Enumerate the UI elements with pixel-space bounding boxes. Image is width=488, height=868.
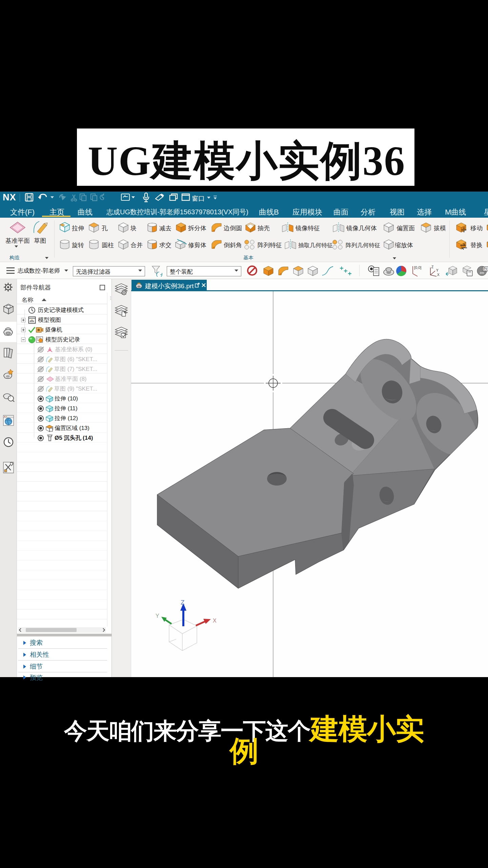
svg-text:Z: Z: [431, 265, 433, 269]
svg-text:Y: Y: [156, 613, 159, 619]
svg-text:Y: Y: [436, 269, 439, 272]
svg-text:[0,0]: [0,0]: [414, 265, 421, 270]
svg-text:P=: P=: [483, 267, 488, 271]
svg-text:X: X: [437, 273, 440, 277]
svg-text:X: X: [213, 618, 217, 624]
svg-text:Z: Z: [181, 599, 185, 606]
